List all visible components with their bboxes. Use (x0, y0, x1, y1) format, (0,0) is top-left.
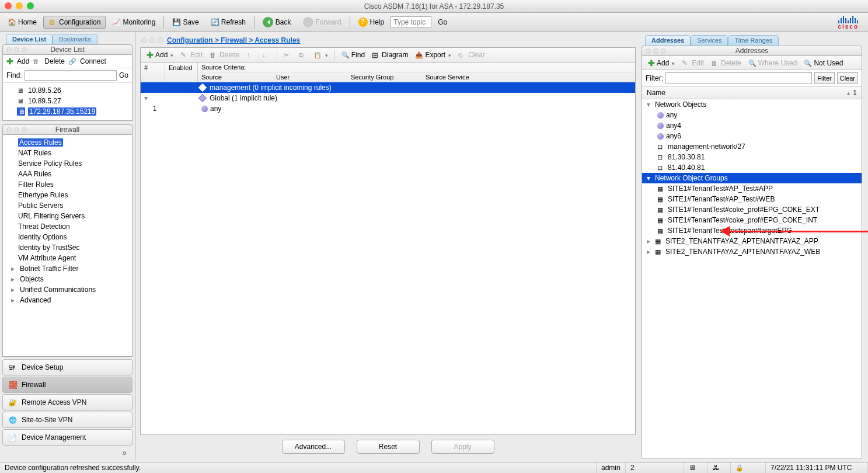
addr-item[interactable]: SITE1#TenantTest#AP_Test#APP (642, 183, 862, 194)
nav-label: Site-to-Site VPN (22, 416, 72, 424)
tree-identity-trustsec[interactable]: Identity by TrustSec (4, 242, 131, 253)
help-button[interactable]: ?Help (353, 15, 390, 29)
tree-unified-comm[interactable]: ▸Unified Communications (4, 284, 131, 295)
refresh-icon (211, 18, 219, 26)
rule-source: any (210, 105, 221, 113)
back-button[interactable]: Back (257, 15, 297, 30)
rules-find-button[interactable]: Find (339, 50, 367, 60)
go-button[interactable]: Go (433, 16, 452, 29)
tree-nat-rules[interactable]: NAT Rules (4, 148, 131, 158)
rule-group-management[interactable]: management (0 implicit incoming rules) (141, 82, 635, 93)
dl-add-button[interactable]: Add (17, 57, 29, 65)
tab-device-list[interactable]: Device List (6, 34, 53, 44)
nav-remote-vpn[interactable]: Remote Access VPN (2, 394, 133, 411)
zoom-window-icon[interactable] (27, 2, 34, 9)
addr-item[interactable]: SITE1#TenantTest#coke_prof#EPG_COKE_EXT (642, 204, 862, 215)
addr-item[interactable]: management-network/27 (642, 141, 862, 152)
tree-vm-attribute[interactable]: VM Attribute Agent (4, 253, 131, 263)
rules-diagram-button[interactable]: Diagram (369, 50, 410, 60)
configuration-button[interactable]: Configuration (43, 16, 106, 29)
rule-group-label: management (0 implicit incoming rules) (210, 84, 332, 92)
refresh-button[interactable]: Refresh (205, 16, 251, 29)
connect-icon (68, 57, 76, 65)
tree-ethertype-rules[interactable]: Ethertype Rules (4, 190, 131, 200)
dl-connect-button[interactable]: Connect (80, 57, 106, 65)
filter-button[interactable]: Filter (814, 72, 834, 84)
nav-label: Remote Access VPN (22, 398, 86, 406)
status-priv: 2 (626, 462, 684, 473)
addr-item[interactable]: any (642, 110, 862, 120)
addr-item[interactable]: any4 (642, 120, 862, 131)
tree-botnet[interactable]: ▸Botnet Traffic Filter (4, 263, 131, 274)
col-user[interactable]: User (273, 72, 347, 82)
addr-item[interactable]: any6 (642, 131, 862, 141)
col-enabled[interactable]: Enabled (165, 62, 198, 82)
reset-button[interactable]: Reset (357, 440, 420, 454)
go-label: Go (438, 18, 447, 26)
rules-edit-button: Edit (178, 50, 205, 60)
addr-item[interactable]: SITE1#TenantTest#coke_prof#EPG_COKE_INT (642, 215, 862, 225)
save-label: Save (183, 18, 198, 26)
addr-item[interactable]: SITE1#TenantTest#AP_Test#WEB (642, 194, 862, 204)
addr-notused-button[interactable]: Not Used (801, 58, 845, 68)
rule-row[interactable]: 1 any (141, 103, 635, 114)
rule-group-global[interactable]: ▾ Global (1 implicit rule) (141, 93, 635, 103)
find-input[interactable] (25, 70, 117, 81)
tree-service-policy[interactable]: Service Policy Rules (4, 158, 131, 169)
addr-group-network-object-groups[interactable]: ▾Network Object Groups (642, 173, 862, 183)
name-column-header[interactable]: Name (647, 89, 665, 97)
col-source-service[interactable]: Source Service (422, 72, 635, 82)
tree-access-rules[interactable]: Access Rules (4, 137, 131, 148)
tree-url-filtering[interactable]: URL Filtering Servers (4, 211, 131, 221)
status-icon-2: 🖧 (707, 462, 731, 473)
tab-bookmarks[interactable]: Bookmarks (53, 34, 97, 44)
dl-delete-button[interactable]: Delete (44, 57, 65, 65)
tab-time-ranges[interactable]: Time Ranges (728, 35, 779, 46)
tab-addresses[interactable]: Addresses (645, 35, 691, 46)
save-button[interactable]: Save (167, 16, 204, 29)
tree-advanced[interactable]: ▸Advanced (4, 295, 131, 305)
col-security-group[interactable]: Security Group (347, 72, 422, 82)
tree-threat-detection[interactable]: Threat Detection (4, 221, 131, 232)
device-item[interactable]: 10.89.5.26 (3, 85, 132, 96)
help-topic-input[interactable] (391, 16, 431, 28)
plus-icon: ✚ (6, 57, 13, 66)
device-item[interactable]: 10.89.5.27 (3, 96, 132, 106)
breadcrumb[interactable]: Configuration > Firewall > Access Rules (167, 36, 300, 44)
addr-group-network-objects[interactable]: ▾Network Objects (642, 99, 862, 110)
vpn-icon (9, 398, 17, 406)
cisco-logo: cisco (838, 14, 859, 30)
firewall-icon (9, 381, 17, 389)
addr-add-button[interactable]: ✚Add (646, 57, 677, 69)
minimize-window-icon[interactable] (16, 2, 23, 9)
addr-item[interactable]: ▸SITE2_TENANTFAYAZ_APTENANTFAYAZ_APP (642, 236, 862, 246)
rules-add-button[interactable]: ✚Add (144, 49, 176, 61)
nav-firewall[interactable]: Firewall (2, 377, 133, 393)
nav-expander[interactable]: » (2, 447, 133, 458)
addr-item[interactable]: 81.40.40.81 (642, 162, 862, 173)
tab-services[interactable]: Services (691, 35, 728, 46)
gear-icon (48, 18, 57, 26)
nav-s2s-vpn[interactable]: Site-to-Site VPN (2, 412, 133, 428)
advanced-button[interactable]: Advanced... (282, 440, 345, 454)
tree-aaa-rules[interactable]: AAA Rules (4, 169, 131, 179)
find-go-button[interactable]: Go (119, 71, 128, 79)
home-button[interactable]: Home (2, 16, 42, 29)
col-num[interactable]: # (141, 62, 165, 82)
nav-device-setup[interactable]: Device Setup (2, 359, 133, 375)
monitoring-button[interactable]: Monitoring (107, 16, 161, 29)
col-source[interactable]: Source (198, 72, 273, 82)
nav-device-mgmt[interactable]: Device Management (2, 429, 133, 446)
tree-objects[interactable]: ▸Objects (4, 274, 131, 284)
filter-input[interactable] (665, 72, 812, 84)
close-window-icon[interactable] (5, 2, 12, 9)
filter-clear-button[interactable]: Clear (837, 72, 858, 84)
tree-public-servers[interactable]: Public Servers (4, 200, 131, 211)
addr-item[interactable]: ▸SITE2_TENANTFAYAZ_APTENANTFAYAZ_WEB (642, 246, 862, 257)
addr-item[interactable]: 81.30.30.81 (642, 152, 862, 162)
device-item[interactable]: 172.29.187.35:15219 (3, 106, 132, 117)
addr-whereused-button: Where Used (746, 58, 800, 68)
rules-export-button[interactable]: Export (413, 50, 454, 60)
tree-filter-rules[interactable]: Filter Rules (4, 179, 131, 190)
tree-identity-options[interactable]: Identity Options (4, 232, 131, 242)
